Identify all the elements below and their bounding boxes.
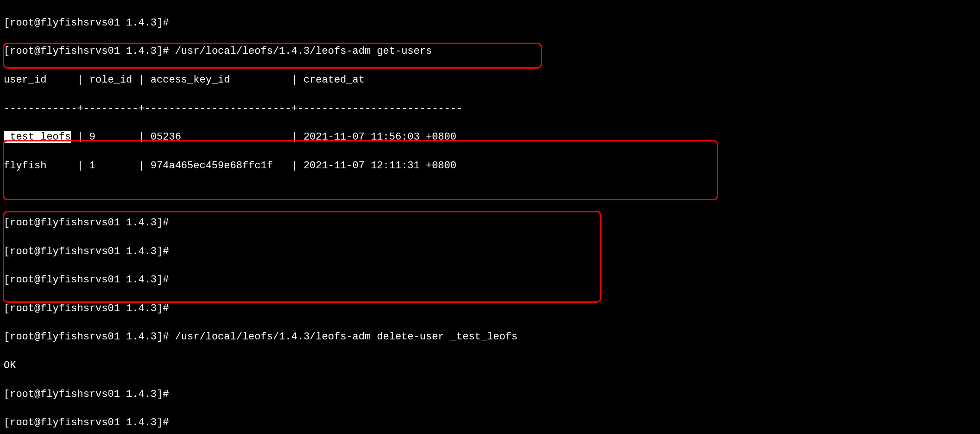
- selected-user-id: _test_leofs: [4, 131, 71, 143]
- terminal[interactable]: [root@flyfishsrvs01 1.4.3]# [root@flyfis…: [0, 0, 980, 434]
- command-delete-user: /usr/local/leofs/1.4.3/leofs-adm delete-…: [175, 331, 518, 343]
- shell-prompt: [root@flyfishsrvs01 1.4.3]#: [4, 45, 169, 57]
- prompt-line: [root@flyfishsrvs01 1.4.3]#: [4, 245, 976, 259]
- command-get-users: /usr/local/leofs/1.4.3/leofs-adm get-use…: [175, 45, 432, 57]
- prompt-line: [root@flyfishsrvs01 1.4.3]#: [4, 388, 976, 402]
- blank-line: [4, 187, 976, 202]
- prompt-line: [root@flyfishsrvs01 1.4.3]# /usr/local/l…: [4, 330, 976, 345]
- table1-separator: ------------+---------+-----------------…: [4, 102, 976, 116]
- prompt-line: [root@flyfishsrvs01 1.4.3]#: [4, 273, 976, 287]
- table1-row-test-leofs: _test_leofs | 9 | 05236 | 2021-11-07 11:…: [4, 130, 976, 145]
- prompt-line: [root@flyfishsrvs01 1.4.3]#: [4, 16, 976, 31]
- shell-prompt: [root@flyfishsrvs01 1.4.3]#: [4, 331, 169, 343]
- table1-row-rest: | 9 | 05236 | 2021-11-07 11:56:03 +0800: [71, 131, 456, 143]
- prompt-line: [root@flyfishsrvs01 1.4.3]#: [4, 416, 976, 430]
- prompt-line: [root@flyfishsrvs01 1.4.3]# /usr/local/l…: [4, 45, 976, 59]
- table1-header: user_id | role_id | access_key_id | crea…: [4, 73, 976, 88]
- prompt-line: [root@flyfishsrvs01 1.4.3]#: [4, 216, 976, 230]
- delete-user-result: OK: [4, 359, 976, 373]
- table1-row-flyfish: flyfish | 1 | 974a465ec459e68ffc1f | 202…: [4, 159, 976, 173]
- prompt-line: [root@flyfishsrvs01 1.4.3]#: [4, 302, 976, 316]
